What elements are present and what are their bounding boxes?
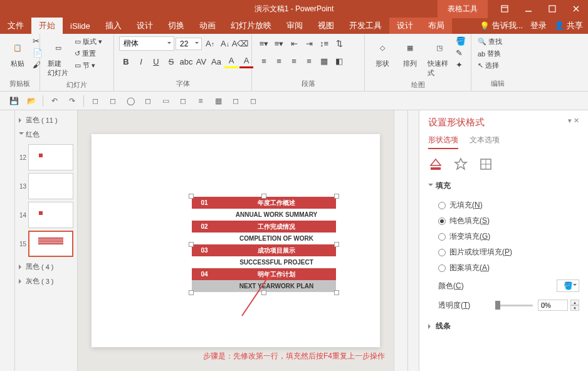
radio-solid-fill[interactable]: 纯色填充(S) xyxy=(428,213,579,229)
ribbon-options-icon[interactable] xyxy=(493,0,517,18)
select-button[interactable]: ↖ 选择 xyxy=(476,60,503,71)
menu-share[interactable]: 👤 共享 xyxy=(554,20,583,31)
indent-dec-icon[interactable]: ⇤ xyxy=(287,36,301,50)
font-color-button[interactable]: A xyxy=(239,55,253,68)
menu-tell-me[interactable]: 告诉我... xyxy=(492,20,523,31)
minimize-icon[interactable] xyxy=(517,0,540,18)
line-spacing-icon[interactable]: ↕≡ xyxy=(317,36,331,50)
thumb-14[interactable]: 14 xyxy=(18,202,75,228)
layout-button[interactable]: ▭ 版式 ▾ xyxy=(73,36,103,47)
group-red[interactable]: 红色 xyxy=(18,127,75,142)
align-center-icon[interactable]: ≡ xyxy=(272,54,286,68)
qa-icon-3[interactable]: ◯ xyxy=(124,95,137,107)
shape-effects-icon[interactable]: ✦ xyxy=(456,60,466,70)
highlight-button[interactable]: A xyxy=(224,55,238,68)
menu-design[interactable]: 设计 xyxy=(129,18,160,34)
maximize-icon[interactable] xyxy=(540,0,564,18)
menu-table-layout[interactable]: 布局 xyxy=(421,18,452,34)
group-blue[interactable]: 蓝色 (11) xyxy=(18,113,75,127)
group-gray[interactable]: 灰色 (3) xyxy=(18,274,75,288)
text-direction-icon[interactable]: ⇅ xyxy=(332,36,346,50)
shadow-button[interactable]: abc xyxy=(179,55,193,68)
save-icon[interactable]: 💾 xyxy=(8,95,20,107)
shrink-font-icon[interactable]: A↓ xyxy=(218,37,232,51)
thumb-12[interactable]: 12 xyxy=(18,144,75,170)
quickstyle-button[interactable]: ◳快速样式 xyxy=(425,36,453,79)
qa-icon-10[interactable]: ◻ xyxy=(247,95,260,107)
bold-button[interactable]: B xyxy=(119,55,133,68)
menu-dev[interactable]: 开发工具 xyxy=(342,18,389,34)
color-picker[interactable]: 🪣 xyxy=(557,280,579,292)
menu-transition[interactable]: 切换 xyxy=(160,18,192,34)
tab-text-options[interactable]: 文本选项 xyxy=(470,135,500,149)
find-button[interactable]: 🔍 查找 xyxy=(476,36,503,47)
grow-font-icon[interactable]: A↑ xyxy=(203,37,217,51)
close-icon[interactable] xyxy=(564,0,588,18)
thumb-15[interactable]: 15 xyxy=(18,231,75,257)
qa-icon-7[interactable]: ≡ xyxy=(194,95,207,107)
menu-insert[interactable]: 插入 xyxy=(98,18,129,34)
radio-picture-fill[interactable]: 图片或纹理填充(P) xyxy=(428,244,579,260)
qa-icon-1[interactable]: ◻ xyxy=(89,95,102,107)
menu-view[interactable]: 视图 xyxy=(310,18,342,34)
size-icon[interactable] xyxy=(478,157,493,172)
smartart-icon[interactable]: ◧ xyxy=(332,54,346,68)
font-size-select[interactable]: 22 xyxy=(176,38,202,50)
section-button[interactable]: ▭ 节 ▾ xyxy=(73,60,103,71)
align-right-icon[interactable]: ≡ xyxy=(287,54,301,68)
pane-close-icon[interactable]: ▾ ✕ xyxy=(568,117,579,128)
opacity-slider[interactable] xyxy=(495,305,533,306)
paste-button[interactable]: 📋 粘贴 xyxy=(5,36,30,70)
new-slide-button[interactable]: ▭ 新建 幻灯片 xyxy=(45,36,71,79)
shapes-button[interactable]: ◇形状 xyxy=(370,36,395,70)
undo-icon[interactable]: ↶ xyxy=(48,95,61,107)
slide-canvas[interactable]: 01年度工作概述 ANNUAL WORK SUMMARY 02工作完成情况 CO… xyxy=(78,110,394,371)
bullets-icon[interactable]: ≡▾ xyxy=(257,36,271,50)
qa-icon-5[interactable]: ▭ xyxy=(159,95,172,107)
menu-table-design[interactable]: 设计 xyxy=(389,18,421,34)
spin-down[interactable]: ▼ xyxy=(570,305,579,311)
thumb-13[interactable]: 13 xyxy=(18,173,75,199)
justify-icon[interactable]: ≡ xyxy=(302,54,316,68)
clear-format-icon[interactable]: A⌫ xyxy=(233,37,247,51)
qa-icon-6[interactable]: ◻ xyxy=(177,95,189,107)
underline-button[interactable]: U xyxy=(149,55,163,68)
thumbnail-panel[interactable]: 蓝色 (11) 红色 12 13 14 15 黑色 (4) 灰色 (3) xyxy=(15,110,78,371)
italic-button[interactable]: I xyxy=(134,55,148,68)
radio-gradient-fill[interactable]: 渐变填充(G) xyxy=(428,229,579,244)
spacing-button[interactable]: AV xyxy=(194,55,208,68)
fill-line-icon[interactable] xyxy=(428,157,443,172)
shape-fill-icon[interactable]: 🪣 xyxy=(456,36,466,46)
qa-icon-8[interactable]: ▦ xyxy=(212,95,224,107)
effects-icon[interactable] xyxy=(453,157,468,172)
menu-login[interactable]: 登录 xyxy=(530,20,547,31)
menu-file[interactable]: 文件 xyxy=(0,18,31,34)
line-section-header[interactable]: 线条 xyxy=(428,321,579,332)
vertical-scrollbar[interactable] xyxy=(407,110,419,371)
replace-button[interactable]: ab 替换 xyxy=(476,48,503,59)
menu-home[interactable]: 开始 xyxy=(31,18,63,34)
arrange-button[interactable]: ▦排列 xyxy=(397,36,423,70)
case-button[interactable]: Aa xyxy=(209,55,223,68)
radio-pattern-fill[interactable]: 图案填充(A) xyxy=(428,260,579,276)
menu-review[interactable]: 审阅 xyxy=(279,18,310,34)
qa-icon-9[interactable]: ◻ xyxy=(229,95,242,107)
qa-icon-2[interactable]: ◻ xyxy=(107,95,119,107)
spin-up[interactable]: ▲ xyxy=(570,300,579,305)
group-black[interactable]: 黑色 (4) xyxy=(18,259,75,274)
opacity-input[interactable] xyxy=(538,300,568,311)
align-left-icon[interactable]: ≡ xyxy=(257,54,271,68)
menu-islide[interactable]: iSlide xyxy=(63,18,98,34)
qa-icon-4[interactable]: ◻ xyxy=(142,95,154,107)
fill-section-header[interactable]: 填充 xyxy=(428,180,579,191)
redo-icon[interactable]: ↷ xyxy=(66,95,78,107)
indent-inc-icon[interactable]: ⇥ xyxy=(302,36,316,50)
numbering-icon[interactable]: ≡▾ xyxy=(272,36,286,50)
strike-button[interactable]: S xyxy=(164,55,178,68)
menu-animation[interactable]: 动画 xyxy=(192,18,223,34)
radio-no-fill[interactable]: 无填充(N) xyxy=(428,197,579,213)
font-family-select[interactable]: 楷体 xyxy=(119,36,174,51)
menu-slideshow[interactable]: 幻灯片放映 xyxy=(223,18,279,34)
tab-shape-options[interactable]: 形状选项 xyxy=(428,135,458,149)
open-icon[interactable]: 📂 xyxy=(25,95,38,107)
